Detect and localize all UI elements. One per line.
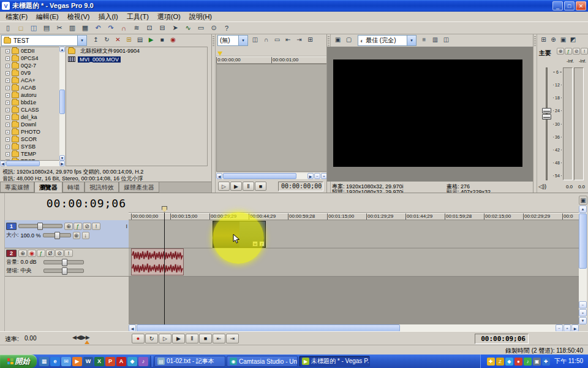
insert-bus-button[interactable]: ⊞ xyxy=(539,35,548,44)
menu-item[interactable]: 說明(H) xyxy=(185,12,216,22)
snapping-toggle[interactable]: ∩ xyxy=(118,23,130,33)
automation-settings-button[interactable]: ⊕ xyxy=(18,250,27,257)
scroll-right-icon[interactable]: ▶ xyxy=(59,161,65,166)
speaker-icon[interactable]: ◁)) xyxy=(538,183,546,190)
redo-button[interactable]: ↷ xyxy=(105,23,117,33)
dropdown-arrow-icon[interactable]: ▾ xyxy=(238,36,247,45)
zoom-in-vertical-icon[interactable]: + xyxy=(579,309,587,316)
tab-transitions[interactable]: 轉場 xyxy=(62,182,85,193)
expand-icon[interactable]: + xyxy=(6,108,10,112)
scrub-marker-icon[interactable] xyxy=(85,340,89,344)
master-fader-right[interactable] xyxy=(542,114,551,120)
mark-in-button[interactable]: ⇤ xyxy=(283,35,293,44)
envelope-tool-button[interactable]: ∿ xyxy=(182,23,194,33)
timeline-ruler[interactable]: 00:00:00;00 00:00:15;00 00:00:29;29 00:0… xyxy=(129,213,579,220)
start-button[interactable]: 開始 xyxy=(0,355,37,368)
streams-button[interactable]: ▭ xyxy=(272,35,282,44)
tree-folder-item[interactable]: + 0PCS4 xyxy=(1,55,59,62)
tree-folder-item[interactable]: + bbd1e xyxy=(1,99,59,106)
help-button[interactable]: ? xyxy=(221,23,233,33)
new-project-button[interactable]: ▯ xyxy=(2,23,14,33)
pan-slider[interactable] xyxy=(43,269,84,273)
tree-folder-item[interactable]: + del_ka xyxy=(1,113,59,121)
stop-button[interactable]: ■ xyxy=(255,182,266,191)
expand-icon[interactable]: + xyxy=(6,93,10,98)
scroll-thumb[interactable] xyxy=(223,173,296,179)
zoom-tool-button[interactable]: ⊙ xyxy=(208,23,220,33)
tray-icon-2[interactable]: Z xyxy=(496,358,504,366)
track-fx-button[interactable]: ƒ xyxy=(37,250,45,257)
play-from-start-button[interactable]: ▷ xyxy=(218,182,230,191)
zoom-out-icon[interactable]: − xyxy=(314,173,320,179)
undo-button[interactable]: ↶ xyxy=(92,23,104,33)
tree-folder-item[interactable]: + CLASS xyxy=(1,106,59,113)
menu-item[interactable]: 插入(I) xyxy=(94,12,122,22)
menu-item[interactable]: 工具(T) xyxy=(123,12,153,22)
tree-scrollbar[interactable]: ▲ ▼ xyxy=(59,47,65,161)
add-to-timeline-button[interactable]: ⊞ xyxy=(305,35,315,44)
menu-item[interactable]: 編輯(E) xyxy=(32,12,63,22)
stop-button[interactable]: ■ xyxy=(199,334,212,343)
open-button[interactable]: □ xyxy=(15,23,27,33)
tree-folder-item[interactable]: + 0Q2-7 xyxy=(1,62,59,69)
trimmer-ruler[interactable]: 0:00:00;00 00:00:01;00 xyxy=(216,56,327,64)
tray-icon-6[interactable]: ▣ xyxy=(533,358,541,366)
mark-out-button[interactable]: ⇥ xyxy=(294,35,304,44)
volume-value[interactable]: 0.0 dB xyxy=(21,259,42,265)
volume-slider[interactable] xyxy=(43,260,84,264)
quicklaunch-messenger[interactable]: ◆ xyxy=(127,357,137,366)
scrub-control[interactable]: ◀◀▮▶▶ xyxy=(72,334,89,340)
arm-for-record-button[interactable]: ◉ xyxy=(28,250,36,257)
auto-ripple-toggle[interactable]: ≋ xyxy=(130,23,143,33)
audio-track-header[interactable]: 2 ⊕ ◉ ƒ Ø ⊘ ! 音量: 0.0 dB xyxy=(5,248,129,277)
tree-folder-item[interactable]: + 0V9 xyxy=(1,69,59,77)
record-button[interactable]: ● xyxy=(132,334,145,343)
mixer-properties-button[interactable]: ▣ xyxy=(559,35,568,44)
folder-tree[interactable]: + 0EDII + 0PCS4 + 0Q2-7 + 0V9 xyxy=(0,47,59,161)
tab-media-generators[interactable]: 媒體產生器 xyxy=(119,182,159,193)
trimmer-media-area[interactable] xyxy=(216,64,327,172)
file-row-selected[interactable]: MVI_0009.MOV xyxy=(66,55,207,63)
tree-folder-item[interactable]: + TEMP xyxy=(1,150,59,158)
quicklaunch-word[interactable]: W xyxy=(83,357,93,366)
rate-value[interactable]: 0.00 xyxy=(24,335,36,342)
scroll-thumb[interactable] xyxy=(59,90,65,114)
scroll-down-icon[interactable]: ▼ xyxy=(59,155,65,161)
timeline-empty-area[interactable] xyxy=(129,277,579,324)
taskbar-window-camtasia[interactable]: ◉ Camtasia Studio - Unti... xyxy=(227,356,298,367)
expand-icon[interactable]: + xyxy=(6,86,10,90)
mute-button[interactable]: ⊘ xyxy=(55,250,64,257)
track-number-badge[interactable]: 1 xyxy=(6,223,17,230)
project-properties-button[interactable]: ▤ xyxy=(40,23,53,33)
save-frame-button[interactable]: ◫ xyxy=(441,35,451,44)
quicklaunch-media-player[interactable]: ▶ xyxy=(72,357,82,366)
tree-folder-item[interactable]: + autoru xyxy=(1,91,59,99)
tab-video-fx[interactable]: 視訊特效 xyxy=(85,182,119,193)
downmix-button[interactable]: ◩ xyxy=(568,35,578,44)
automation-settings-button[interactable]: ⊕ xyxy=(64,223,73,230)
loop-button[interactable]: ↻ xyxy=(145,334,158,343)
tree-folder-item[interactable]: + Downl xyxy=(1,121,59,128)
tree-h-scrollbar[interactable]: ◀ ▶ xyxy=(0,161,65,166)
up-level-button[interactable]: ↥ xyxy=(91,35,101,44)
address-dropdown[interactable]: TEST ▾ xyxy=(1,35,87,46)
dropdown-arrow-icon[interactable]: ▾ xyxy=(407,36,416,45)
size-slider[interactable] xyxy=(43,233,71,237)
audio-event-clip[interactable] xyxy=(131,248,184,275)
quicklaunch-acrobat[interactable]: A xyxy=(116,357,126,366)
quicklaunch-powerpoint[interactable]: P xyxy=(105,357,115,366)
scroll-left-icon[interactable]: ◀ xyxy=(216,173,222,179)
transport-time-display[interactable]: 00:00:09;06 xyxy=(475,334,529,344)
new-folder-button[interactable]: ⊞ xyxy=(124,35,134,44)
audio-track-lane[interactable] xyxy=(129,248,579,277)
quicklaunch-media[interactable]: ♪ xyxy=(138,357,148,366)
trimmer-time-display[interactable]: 00:00:00;00 xyxy=(278,182,323,191)
pause-button[interactable]: Ⅱ xyxy=(243,182,254,191)
delete-button[interactable]: ✕ xyxy=(113,35,123,44)
play-button[interactable]: ▶ xyxy=(230,182,242,191)
pause-button[interactable]: Ⅱ xyxy=(186,334,198,343)
play-button[interactable]: ▶ xyxy=(172,334,185,343)
project-video-properties-button[interactable]: ▣ xyxy=(333,35,343,44)
scroll-thumb[interactable] xyxy=(6,161,40,166)
keyframe-icon[interactable]: ⊕ xyxy=(73,232,80,239)
